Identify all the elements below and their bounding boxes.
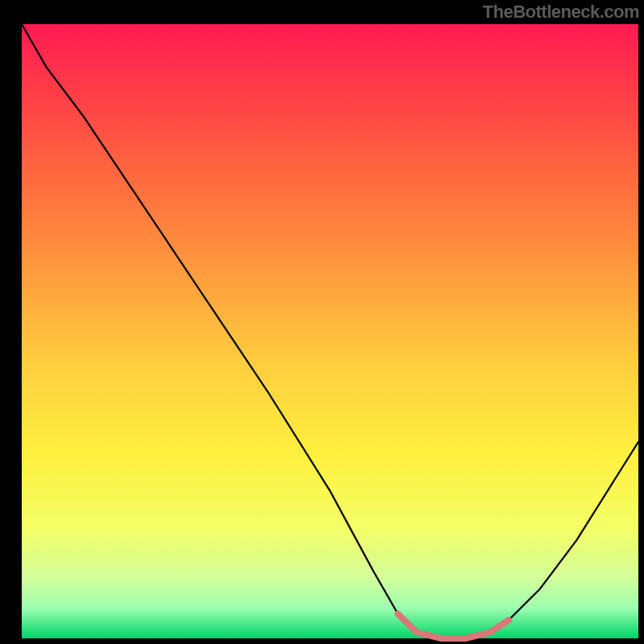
plot-background	[22, 24, 638, 638]
bottleneck-chart: TheBottleneck.com	[0, 0, 644, 644]
chart-svg	[0, 0, 644, 644]
